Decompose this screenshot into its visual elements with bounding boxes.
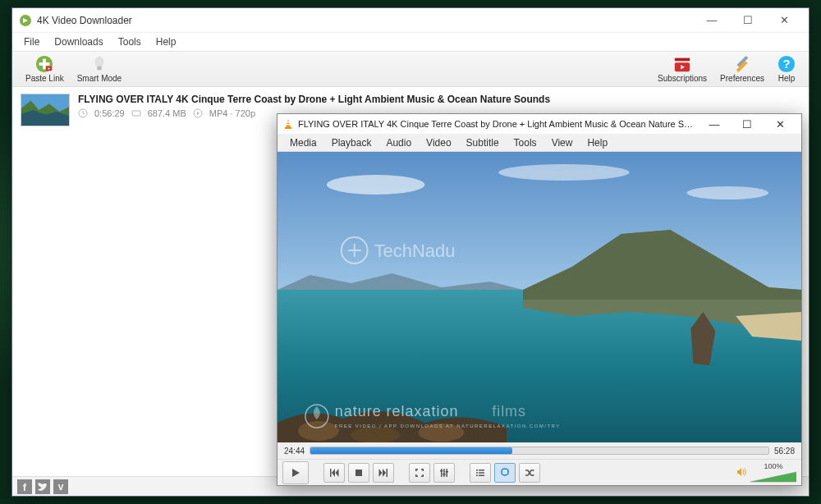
size-value: 687.4 MB <box>148 108 186 118</box>
video-thumbnail <box>21 94 70 126</box>
next-button[interactable] <box>373 463 394 483</box>
play-button[interactable] <box>282 461 309 484</box>
vlc-menu-media[interactable]: Media <box>282 135 324 150</box>
volume-value: 100% <box>764 462 782 470</box>
vlc-window-controls: — ☐ ✕ <box>698 115 796 133</box>
speaker-icon[interactable] <box>736 466 747 479</box>
preferences-label: Preferences <box>720 74 764 83</box>
vlc-menu-help[interactable]: Help <box>580 135 615 150</box>
menu-tools[interactable]: Tools <box>112 34 148 49</box>
app-window-vlc: FLYING OVER ITALY 4K Cinque Terre Coast … <box>277 113 802 486</box>
help-icon: ? <box>777 55 796 73</box>
seek-progress <box>310 447 511 454</box>
vlc-menu-audio[interactable]: Audio <box>378 135 419 150</box>
play-icon <box>193 108 203 118</box>
svg-rect-14 <box>132 111 140 116</box>
svg-rect-21 <box>285 127 291 129</box>
vimeo-icon[interactable]: v <box>53 479 68 494</box>
vlc-maximize-button[interactable]: ☐ <box>731 115 764 133</box>
fullscreen-button[interactable] <box>409 463 430 483</box>
time-total: 56:28 <box>774 447 795 456</box>
clock-icon <box>78 108 88 118</box>
svg-rect-37 <box>355 470 362 476</box>
help-label: Help <box>778 74 796 83</box>
window-title: 4K Video Downloader <box>37 15 694 26</box>
facebook-icon[interactable]: f <box>17 479 32 494</box>
titlebar: 4K Video Downloader — ☐ ✕ <box>12 8 809 33</box>
twitter-icon[interactable] <box>35 479 50 494</box>
vlc-menu-tools[interactable]: Tools <box>507 135 544 150</box>
subscriptions-button[interactable]: Subscriptions <box>651 52 713 86</box>
bulb-icon <box>90 55 108 73</box>
help-button[interactable]: ? Help <box>771 52 802 86</box>
svg-rect-3 <box>39 62 50 66</box>
volume-control: 100% <box>736 462 796 483</box>
preferences-button[interactable]: Preferences <box>713 52 771 86</box>
video-viewport[interactable]: TechNadu nature relaxation films FREE VI… <box>277 152 801 442</box>
extended-settings-button[interactable] <box>433 463 455 483</box>
smart-mode-label: Smart Mode <box>77 74 122 83</box>
svg-text:f: f <box>23 481 27 493</box>
vlc-controls: 100% <box>277 459 801 485</box>
svg-text:?: ? <box>783 57 791 71</box>
svg-point-26 <box>498 164 630 181</box>
minimize-button[interactable]: — <box>694 9 730 32</box>
vlc-seekbar-row: 24:44 56:28 <box>277 442 801 459</box>
watermark-technadu: TechNadu <box>374 241 456 261</box>
svg-point-25 <box>327 175 425 195</box>
stop-button[interactable] <box>348 463 369 483</box>
smart-mode-button[interactable]: Smart Mode <box>71 52 128 86</box>
svg-rect-22 <box>287 121 290 123</box>
svg-text:films: films <box>492 403 526 419</box>
seek-slider[interactable] <box>310 447 769 455</box>
prev-button[interactable] <box>323 463 345 483</box>
vlc-menubar: Media Playback Audio Video Subtitle Tool… <box>277 134 801 152</box>
volume-slider[interactable] <box>750 470 796 483</box>
size-icon <box>131 108 141 118</box>
paste-link-label: Paste Link <box>25 74 64 83</box>
format-value: MP4 · 720p <box>209 108 255 118</box>
svg-rect-6 <box>97 66 102 71</box>
vlc-menu-view[interactable]: View <box>544 135 580 150</box>
toolbar: Paste Link Smart Mode Subscriptions Pref… <box>12 51 809 87</box>
subscriptions-label: Subscriptions <box>658 74 707 83</box>
tools-icon <box>733 55 751 73</box>
svg-rect-23 <box>287 124 291 126</box>
vlc-cone-icon <box>282 118 294 130</box>
menubar: File Downloads Tools Help <box>12 33 809 51</box>
loop-button[interactable] <box>494 463 516 483</box>
svg-point-29 <box>298 421 339 441</box>
menu-help[interactable]: Help <box>149 34 183 49</box>
download-title: FLYING OVER ITALY 4K Cinque Terre Coast … <box>78 94 800 105</box>
vlc-titlebar: FLYING OVER ITALY 4K Cinque Terre Coast … <box>277 114 801 134</box>
vlc-menu-video[interactable]: Video <box>419 135 458 150</box>
paste-link-button[interactable]: Paste Link <box>19 52 71 86</box>
plus-icon <box>35 55 53 73</box>
svg-text:v: v <box>58 481 64 493</box>
vlc-minimize-button[interactable]: — <box>698 115 731 133</box>
svg-text:FREE VIDEO / APP DOWNLOADS AT : FREE VIDEO / APP DOWNLOADS AT NATURERELA… <box>335 424 561 428</box>
maximize-button[interactable]: ☐ <box>730 9 766 32</box>
svg-rect-7 <box>675 58 690 62</box>
vlc-close-button[interactable]: ✕ <box>764 115 796 133</box>
vlc-menu-subtitle[interactable]: Subtitle <box>459 135 507 150</box>
svg-point-27 <box>686 186 768 199</box>
duration-value: 0:56:29 <box>94 108 125 118</box>
window-controls: — ☐ ✕ <box>694 9 802 32</box>
vlc-window-title: FLYING OVER ITALY 4K Cinque Terre Coast … <box>298 119 698 129</box>
svg-point-5 <box>94 57 103 67</box>
playlist-button[interactable] <box>470 463 491 483</box>
svg-text:nature relaxation: nature relaxation <box>335 403 459 419</box>
subscriptions-icon <box>673 55 691 73</box>
menu-downloads[interactable]: Downloads <box>48 34 109 49</box>
menu-file[interactable]: File <box>17 34 46 49</box>
time-current: 24:44 <box>284 447 305 456</box>
shuffle-button[interactable] <box>519 463 540 483</box>
close-button[interactable]: ✕ <box>766 9 802 32</box>
app-icon <box>19 14 32 27</box>
vlc-menu-playback[interactable]: Playback <box>324 135 379 150</box>
